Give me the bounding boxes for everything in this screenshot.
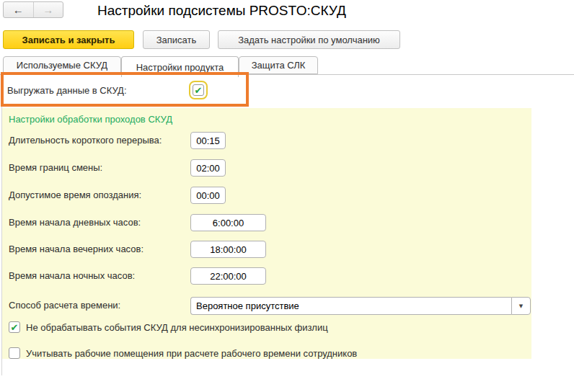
field-row: Время границ смены: <box>2 159 531 177</box>
combobox-dropdown-button[interactable]: ▼ <box>511 297 531 315</box>
forward-button[interactable]: → <box>34 2 63 17</box>
page-title: Настройки подсистемы PROSTO:СКУД <box>97 3 346 19</box>
tab-slk-protection[interactable]: Защита СЛК <box>239 56 318 74</box>
field-label: Время границ смены: <box>9 162 102 173</box>
tab-product-settings[interactable]: Настройки продукта <box>121 56 239 77</box>
checkbox-label: Не обрабатывать события СКУД для несинхр… <box>26 322 328 333</box>
field-row: Время начала дневных часов: <box>2 214 531 231</box>
checkmark-icon: ✔ <box>11 323 19 332</box>
tab-label: Настройки продукта <box>136 62 224 73</box>
combo-row: Способ расчета времени: ▼ <box>2 297 531 314</box>
export-to-acs-label: Выгружать данные в СКУД: <box>7 85 127 96</box>
short-break-duration-input[interactable] <box>190 132 226 149</box>
night-hours-start-input[interactable] <box>190 267 266 285</box>
count-work-rooms-checkbox[interactable]: ✔ <box>9 347 20 359</box>
settings-window: ← → Настройки подсистемы PROSTO:СКУД Зап… <box>0 0 574 392</box>
back-button[interactable]: ← <box>4 2 34 17</box>
field-row: Время начала вечерних часов: <box>2 241 531 258</box>
tab-label: Защита СЛК <box>252 60 306 71</box>
shift-boundary-time-input[interactable] <box>190 159 226 177</box>
tabstrip-divider <box>0 74 574 75</box>
nav-button-group: ← → <box>3 1 63 18</box>
export-to-acs-checkbox[interactable]: ✔ <box>193 84 204 96</box>
checkbox-row: ✔ Не обрабатывать события СКУД для несин… <box>9 321 328 333</box>
evening-hours-start-input[interactable] <box>190 241 266 258</box>
save-button[interactable]: Записать <box>143 30 210 49</box>
back-arrow-icon: ← <box>13 4 24 16</box>
field-label: Допустимое время опоздания: <box>9 190 141 200</box>
field-label: Время начала дневных часов: <box>9 217 141 228</box>
checkmark-icon: ✔ <box>195 86 203 95</box>
checkbox-row: ✔ Учитывать рабочие помещения при расчет… <box>9 347 357 359</box>
field-row: Время начала ночных часов: <box>2 267 531 285</box>
field-row: Допустимое время опоздания: <box>2 187 531 204</box>
day-hours-start-input[interactable] <box>190 214 266 231</box>
tab-used-acs[interactable]: Используемые СКУД <box>3 56 121 74</box>
set-defaults-button[interactable]: Задать настройки по умолчанию <box>218 30 400 49</box>
chevron-down-icon: ▼ <box>519 303 523 309</box>
allowed-lateness-input[interactable] <box>190 187 226 204</box>
forward-arrow-icon: → <box>43 4 53 16</box>
pass-processing-panel: Настройки обработки проходов СКУД Длител… <box>2 108 531 359</box>
field-label: Длительность короткого перерыва: <box>9 135 162 146</box>
field-label: Время начала ночных часов: <box>9 270 135 281</box>
save-and-close-button[interactable]: Записать и закрыть <box>3 30 134 49</box>
field-label: Способ расчета времени: <box>9 300 120 311</box>
time-calc-method-input[interactable] <box>190 297 511 315</box>
field-row: Длительность короткого перерыва: <box>2 132 531 149</box>
tab-label: Используемые СКУД <box>17 60 107 71</box>
checkbox-label: Учитывать рабочие помещения при расчете … <box>26 348 357 359</box>
field-label: Время начала вечерних часов: <box>9 244 144 254</box>
time-calc-method-combobox: ▼ <box>190 297 531 315</box>
panel-header: Настройки обработки проходов СКУД <box>9 114 172 125</box>
skip-unsynced-persons-checkbox[interactable]: ✔ <box>9 321 20 333</box>
